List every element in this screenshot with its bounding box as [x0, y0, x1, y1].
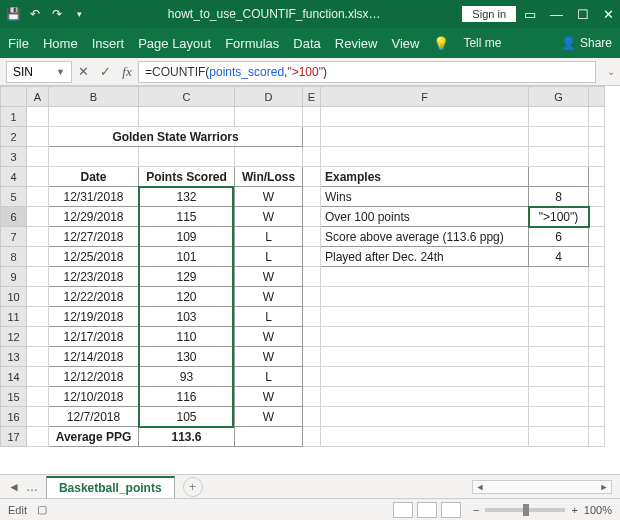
sheet-tab-active[interactable]: Basketball_points — [46, 476, 175, 498]
column-headers: A B C D E F G — [1, 87, 605, 107]
zoom-slider[interactable] — [485, 508, 565, 512]
row-6[interactable]: 6 — [1, 207, 27, 227]
row-14[interactable]: 14 — [1, 367, 27, 387]
row-16[interactable]: 16 — [1, 407, 27, 427]
zoom-in-button[interactable]: + — [571, 504, 577, 516]
points-cell[interactable]: 132 — [139, 187, 235, 207]
tab-review[interactable]: Review — [335, 36, 378, 51]
share-icon: 👤 — [561, 36, 576, 50]
macro-record-icon[interactable]: ▢ — [37, 503, 47, 516]
hdr-winloss[interactable]: Win/Loss — [235, 167, 303, 187]
avg-value[interactable]: 113.6 — [139, 427, 235, 447]
row-2[interactable]: 2 — [1, 127, 27, 147]
row-7[interactable]: 7 — [1, 227, 27, 247]
col-B[interactable]: B — [49, 87, 139, 107]
tab-home[interactable]: Home — [43, 36, 78, 51]
share-button[interactable]: 👤Share — [561, 36, 612, 50]
insert-function-button[interactable]: fx — [116, 64, 138, 80]
ex-value[interactable]: 8 — [529, 187, 589, 207]
row-12[interactable]: 12 — [1, 327, 27, 347]
zoom-level[interactable]: 100% — [584, 504, 612, 516]
row-17[interactable]: 17 — [1, 427, 27, 447]
status-mode: Edit — [8, 504, 27, 516]
col-C[interactable]: C — [139, 87, 235, 107]
name-box[interactable]: SIN ▼ — [6, 61, 72, 83]
tab-page-layout[interactable]: Page Layout — [138, 36, 211, 51]
window-controls: ▭ — ☐ ✕ — [524, 7, 614, 22]
maximize-icon[interactable]: ☐ — [577, 7, 589, 22]
zoom-out-button[interactable]: − — [473, 504, 479, 516]
select-all[interactable] — [1, 87, 27, 107]
formula-bar: SIN ▼ ✕ ✓ fx =COUNTIF(points_scored,">10… — [0, 58, 620, 86]
ribbon-display-icon[interactable]: ▭ — [524, 7, 536, 22]
cancel-formula-button[interactable]: ✕ — [72, 64, 94, 79]
view-pagebreak-button[interactable] — [441, 502, 461, 518]
worksheet-grid[interactable]: A B C D E F G 1 2Golden State Warriors 3… — [0, 86, 620, 474]
row-15[interactable]: 15 — [1, 387, 27, 407]
tab-file[interactable]: File — [8, 36, 29, 51]
enter-formula-button[interactable]: ✓ — [94, 64, 116, 79]
formula-input[interactable]: =COUNTIF(points_scored,">100") — [138, 61, 596, 83]
ex-label[interactable]: Wins — [321, 187, 529, 207]
row-10[interactable]: 10 — [1, 287, 27, 307]
col-blank[interactable] — [589, 87, 605, 107]
name-box-value: SIN — [13, 65, 33, 79]
hdr-points[interactable]: Points Scored — [139, 167, 235, 187]
sign-in-button[interactable]: Sign in — [462, 6, 516, 22]
name-box-dropdown-icon[interactable]: ▼ — [56, 67, 65, 77]
row-1[interactable]: 1 — [1, 107, 27, 127]
status-bar: Edit ▢ − + 100% — [0, 498, 620, 520]
row-4[interactable]: 4 — [1, 167, 27, 187]
sheet-nav-more-icon[interactable]: … — [26, 480, 38, 494]
qat-customize-icon[interactable]: ▾ — [72, 7, 86, 21]
redo-icon[interactable]: ↷ — [50, 7, 64, 21]
examples-header[interactable]: Examples — [321, 167, 529, 187]
date-cell[interactable]: 12/31/2018 — [49, 187, 139, 207]
view-normal-button[interactable] — [393, 502, 413, 518]
ribbon-tabs: File Home Insert Page Layout Formulas Da… — [0, 28, 620, 58]
col-A[interactable]: A — [27, 87, 49, 107]
add-sheet-button[interactable]: + — [183, 477, 203, 497]
col-E[interactable]: E — [303, 87, 321, 107]
sheet-tab-bar: ◄ … Basketball_points + ◄► — [0, 474, 620, 498]
active-cell-G6[interactable]: ">100") — [529, 207, 589, 227]
save-icon[interactable]: 💾 — [6, 7, 20, 21]
row-3[interactable]: 3 — [1, 147, 27, 167]
tellme-lightbulb-icon[interactable]: 💡 — [433, 36, 449, 51]
row-5[interactable]: 5 — [1, 187, 27, 207]
tab-formulas[interactable]: Formulas — [225, 36, 279, 51]
title-cell[interactable]: Golden State Warriors — [49, 127, 303, 147]
row-11[interactable]: 11 — [1, 307, 27, 327]
row-8[interactable]: 8 — [1, 247, 27, 267]
close-icon[interactable]: ✕ — [603, 7, 614, 22]
sheet-nav-first-icon[interactable]: ◄ — [8, 480, 20, 494]
tell-me[interactable]: Tell me — [463, 36, 501, 50]
quick-access-toolbar: 💾 ↶ ↷ ▾ — [6, 7, 86, 21]
avg-label[interactable]: Average PPG — [49, 427, 139, 447]
col-F[interactable]: F — [321, 87, 529, 107]
tab-data[interactable]: Data — [293, 36, 320, 51]
sheet-table: A B C D E F G 1 2Golden State Warriors 3… — [0, 86, 605, 447]
col-D[interactable]: D — [235, 87, 303, 107]
file-name: howt_to_use_COUNTIF_function.xlsx… — [86, 7, 462, 21]
tab-view[interactable]: View — [391, 36, 419, 51]
undo-icon[interactable]: ↶ — [28, 7, 42, 21]
horizontal-scroll[interactable]: ◄► — [203, 480, 620, 494]
tab-insert[interactable]: Insert — [92, 36, 125, 51]
view-pagelayout-button[interactable] — [417, 502, 437, 518]
hdr-date[interactable]: Date — [49, 167, 139, 187]
title-bar: 💾 ↶ ↷ ▾ howt_to_use_COUNTIF_function.xls… — [0, 0, 620, 28]
col-G[interactable]: G — [529, 87, 589, 107]
wl-cell[interactable]: W — [235, 187, 303, 207]
row-13[interactable]: 13 — [1, 347, 27, 367]
row-9[interactable]: 9 — [1, 267, 27, 287]
minimize-icon[interactable]: — — [550, 7, 563, 22]
expand-formula-bar-icon[interactable]: ⌄ — [602, 66, 620, 77]
